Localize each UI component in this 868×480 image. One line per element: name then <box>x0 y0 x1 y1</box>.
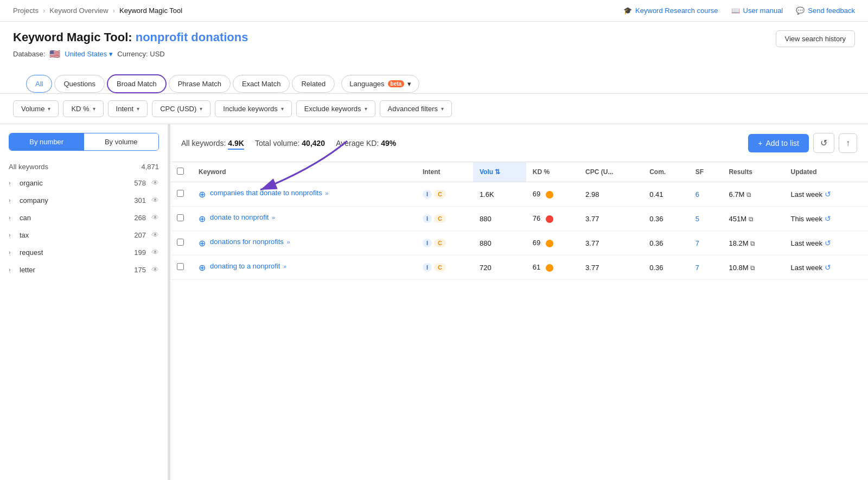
chevron-right-icon: › <box>9 232 14 238</box>
expand-serp-icon[interactable]: » <box>287 239 290 245</box>
by-number-button[interactable]: By number <box>9 133 84 150</box>
eye-icon-company[interactable]: 👁 <box>151 196 159 204</box>
eye-icon-letter[interactable]: 👁 <box>151 265 159 274</box>
keyword-link[interactable]: companies that donate to nonprofits <box>210 189 322 197</box>
sidebar-label-tax: tax <box>20 231 134 239</box>
sf-link[interactable]: 5 <box>695 215 699 223</box>
expand-serp-icon[interactable]: » <box>272 214 275 221</box>
export-button[interactable]: ↑ <box>839 133 857 153</box>
eye-icon-tax[interactable]: 👁 <box>151 231 159 239</box>
refresh-icon: ↺ <box>820 138 827 148</box>
chevron-down-icon: ▾ <box>441 106 444 112</box>
languages-button[interactable]: Languages beta ▾ <box>341 75 419 93</box>
breadcrumb: Projects › Keyword Overview › Keyword Ma… <box>13 7 182 15</box>
keyword-link[interactable]: donate to nonprofit <box>210 213 269 221</box>
add-keyword-icon[interactable]: ⊕ <box>199 189 206 200</box>
send-feedback-link[interactable]: 💬 Send feedback <box>796 7 855 15</box>
sidebar-item-request[interactable]: › request 199 👁 <box>0 244 168 261</box>
tab-phrase-match[interactable]: Phrase Match <box>169 75 231 93</box>
results-serp-icon[interactable]: ⧉ <box>746 191 751 199</box>
tab-questions[interactable]: Questions <box>54 75 105 93</box>
beta-badge: beta <box>388 80 405 87</box>
user-manual-label: User manual <box>743 7 783 15</box>
add-keyword-icon[interactable]: ⊕ <box>199 214 206 224</box>
keyword-link[interactable]: donating to a nonprofit <box>210 262 280 270</box>
advanced-filters-filter[interactable]: Advanced filters ▾ <box>380 100 452 117</box>
sidebar-item-letter[interactable]: › letter 175 👁 <box>0 261 168 278</box>
database-value[interactable]: United States ▾ <box>65 50 113 58</box>
eye-icon-request[interactable]: 👁 <box>151 248 159 257</box>
avg-kd-value: 49% <box>381 139 396 148</box>
tab-related[interactable]: Related <box>292 75 335 93</box>
all-keywords-stat-label: All keywords: <box>181 139 228 148</box>
volume-filter[interactable]: Volume ▾ <box>13 100 59 117</box>
include-keywords-filter[interactable]: Include keywords ▾ <box>215 100 291 117</box>
row-checkbox[interactable] <box>177 263 184 270</box>
eye-icon-can[interactable]: 👁 <box>151 213 159 222</box>
add-keyword-icon[interactable]: ⊕ <box>199 238 206 248</box>
th-com: Com. <box>643 162 689 182</box>
sidebar-item-company[interactable]: › company 301 👁 <box>0 191 168 209</box>
volume-cell: 880 <box>473 207 526 231</box>
expand-serp-icon[interactable]: » <box>283 263 286 270</box>
breadcrumb-keyword-overview[interactable]: Keyword Overview <box>49 7 108 15</box>
manual-icon: 📖 <box>731 7 740 15</box>
sf-link[interactable]: 7 <box>695 264 699 272</box>
sf-link[interactable]: 7 <box>695 239 699 247</box>
chevron-down-icon: ▾ <box>200 106 202 112</box>
tab-broad-match[interactable]: Broad Match <box>107 74 167 93</box>
eye-icon-organic[interactable]: 👁 <box>151 178 159 187</box>
kd-filter[interactable]: KD % ▾ <box>63 100 103 117</box>
sidebar-item-organic[interactable]: › organic 578 👁 <box>0 174 168 191</box>
add-to-list-button[interactable]: + Add to list <box>748 134 809 152</box>
intent-filter[interactable]: Intent ▾ <box>108 100 148 117</box>
view-history-button[interactable]: View search history <box>776 30 855 47</box>
row-checkbox[interactable] <box>177 190 184 197</box>
breadcrumb-projects[interactable]: Projects <box>13 7 39 15</box>
refresh-row-icon[interactable]: ↺ <box>825 263 831 272</box>
add-keyword-icon[interactable]: ⊕ <box>199 263 206 273</box>
row-checkbox[interactable] <box>177 239 184 246</box>
select-all-checkbox[interactable] <box>177 168 184 175</box>
currency-label: Currency: USD <box>117 50 164 58</box>
sidebar-count-organic: 578 <box>134 179 146 187</box>
results-serp-icon[interactable]: ⧉ <box>750 264 755 272</box>
sort-icon: ⇅ <box>495 168 500 176</box>
database-label: Database: <box>13 50 45 58</box>
kd-indicator <box>546 240 553 247</box>
th-volume[interactable]: Volu ⇅ <box>473 162 526 182</box>
results-serp-icon[interactable]: ⧉ <box>749 215 754 223</box>
filters-row: Volume ▾ KD % ▾ Intent ▾ CPC (USD) ▾ Inc… <box>0 94 868 124</box>
sf-link[interactable]: 6 <box>695 190 699 199</box>
refresh-row-icon[interactable]: ↺ <box>825 190 831 199</box>
sidebar-count-company: 301 <box>134 196 146 204</box>
updated-cell: Last week ↺ <box>784 182 868 207</box>
exclude-keywords-filter[interactable]: Exclude keywords ▾ <box>296 100 375 117</box>
keyword-research-course-link[interactable]: 🎓 Keyword Research course <box>623 7 718 15</box>
volume-cell: 1.6K <box>473 182 526 207</box>
refresh-row-icon[interactable]: ↺ <box>825 214 831 223</box>
sidebar-item-can[interactable]: › can 268 👁 <box>0 209 168 226</box>
sidebar-label-organic: organic <box>20 179 134 187</box>
results-serp-icon[interactable]: ⧉ <box>750 240 755 247</box>
by-volume-button[interactable]: By volume <box>84 133 159 150</box>
refresh-button[interactable]: ↺ <box>813 133 834 153</box>
row-checkbox[interactable] <box>177 214 184 221</box>
user-manual-link[interactable]: 📖 User manual <box>731 7 783 15</box>
cpc-filter[interactable]: CPC (USD) ▾ <box>152 100 210 117</box>
results-actions: + Add to list ↺ ↑ <box>748 133 857 153</box>
avg-kd-stat: Average KD: 49% <box>336 139 396 148</box>
table-body: ⊕ companies that donate to nonprofits » … <box>170 182 868 280</box>
keyword-cell: ⊕ companies that donate to nonprofits » <box>192 182 416 207</box>
keyword-link[interactable]: donations for nonprofits <box>210 238 284 246</box>
tab-all[interactable]: All <box>26 75 52 93</box>
th-checkbox <box>170 162 192 182</box>
sidebar-item-tax[interactable]: › tax 207 👁 <box>0 226 168 244</box>
title-keyword: nonprofit donations <box>136 30 248 44</box>
updated-text: Last week <box>790 190 822 199</box>
expand-serp-icon[interactable]: » <box>325 190 328 196</box>
refresh-row-icon[interactable]: ↺ <box>825 239 831 247</box>
th-updated: Updated <box>784 162 868 182</box>
intent-badge-i: I <box>423 190 432 199</box>
tab-exact-match[interactable]: Exact Match <box>233 75 290 93</box>
